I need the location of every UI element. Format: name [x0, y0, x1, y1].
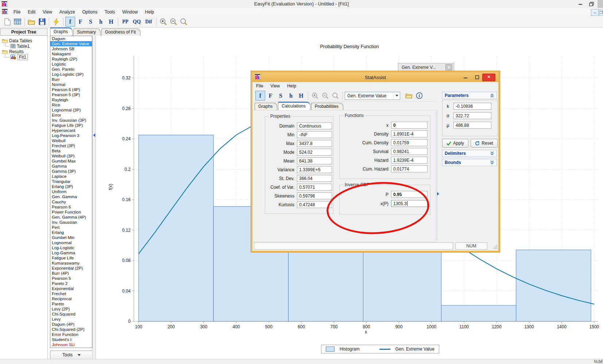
zoom-out-icon[interactable]: [169, 17, 179, 27]
function-button-H[interactable]: H: [296, 91, 306, 101]
distribution-item[interactable]: Inv. Gaussian (3P): [50, 118, 92, 123]
distribution-item[interactable]: Rayleigh: [50, 97, 92, 102]
distribution-item[interactable]: Log-Logistic: [50, 245, 92, 250]
menu-item-options[interactable]: Options: [79, 8, 101, 16]
distribution-item[interactable]: Rice: [50, 102, 92, 107]
menu-item-file[interactable]: File: [10, 8, 24, 16]
restore-icon[interactable]: [587, 1, 596, 7]
zoom-out-icon[interactable]: [320, 91, 331, 101]
distribution-item[interactable]: Nakagami: [50, 51, 92, 56]
mdi-minimize-icon[interactable]: –: [591, 9, 599, 16]
distribution-item[interactable]: Log-Gamma: [50, 250, 92, 255]
distribution-item[interactable]: Lognormal: [50, 240, 92, 245]
dialog-minimize-icon[interactable]: [463, 75, 468, 79]
distribution-item[interactable]: Johnson SU: [50, 342, 92, 347]
field-value[interactable]: 3437.8: [297, 140, 332, 147]
close-icon[interactable]: [598, 0, 603, 8]
zoom-default-icon[interactable]: [179, 17, 189, 27]
tree-item-data-tables[interactable]: Data Tables: [2, 38, 47, 43]
distribution-item[interactable]: Dagum: [50, 36, 92, 41]
collapse-left-icon[interactable]: [93, 133, 95, 137]
distribution-item[interactable]: Weibull: [50, 138, 92, 143]
resize-grip[interactable]: [493, 244, 498, 249]
field-value[interactable]: 1.9239E-4: [391, 157, 428, 164]
dialog-splitter[interactable]: [437, 110, 437, 240]
menu-item-tools[interactable]: Tools: [101, 8, 119, 16]
fit-distributions-icon[interactable]: [51, 17, 61, 27]
tab-graphs[interactable]: Graphs: [50, 27, 73, 36]
distribution-item[interactable]: Erlang (3P): [50, 184, 92, 189]
distribution-item[interactable]: Levy: [50, 317, 92, 322]
window-resize-grip[interactable]: [599, 359, 603, 364]
info-icon[interactable]: i: [414, 91, 424, 101]
distribution-item[interactable]: Normal: [50, 82, 92, 87]
parameter-value[interactable]: 486.88: [453, 122, 491, 129]
dialog-tab-graphs[interactable]: Graphs: [255, 103, 277, 110]
zoom-default-icon[interactable]: [331, 91, 341, 101]
distribution-item[interactable]: Error Function: [50, 332, 92, 337]
distribution-item[interactable]: Fatigue Life (3P): [50, 123, 92, 128]
distribution-item[interactable]: Hypersecant: [50, 128, 92, 133]
new-table-icon[interactable]: [12, 17, 23, 27]
distribution-item[interactable]: Reciprocal: [50, 296, 92, 301]
menu-item-edit[interactable]: Edit: [24, 8, 39, 16]
distribution-combobox[interactable]: Gen. Extreme Value: [345, 92, 400, 100]
distribution-item[interactable]: Triangular: [50, 179, 92, 184]
zoom-in-icon[interactable]: [158, 17, 169, 27]
tab-close-icon[interactable]: x: [445, 64, 452, 70]
plot-button-pp[interactable]: PP: [120, 17, 131, 26]
distribution-item[interactable]: Gen. Pareto: [50, 67, 92, 72]
field-value[interactable]: Continuous: [297, 122, 332, 129]
parameter-value[interactable]: 322.72: [453, 112, 491, 119]
distribution-item[interactable]: Frechet (3P): [50, 143, 92, 148]
menu-item-view[interactable]: View: [39, 8, 56, 16]
distribution-item[interactable]: Chi-Squared: [50, 312, 92, 317]
save-icon[interactable]: [37, 17, 47, 27]
distribution-item[interactable]: Pareto: [50, 301, 92, 306]
distribution-item[interactable]: Pearson 6 (4P): [50, 87, 92, 92]
distribution-item[interactable]: Student's t: [50, 337, 92, 342]
distribution-item[interactable]: Gen. Extreme Value: [50, 41, 92, 46]
menu-item-analyze[interactable]: Analyze: [56, 8, 79, 16]
distribution-item[interactable]: Inv. Gaussian: [50, 220, 92, 225]
mdi-restore-icon[interactable]: ❐: [599, 9, 603, 16]
tab-goodness-of-fit[interactable]: Goodness of Fit: [101, 28, 141, 36]
field-value[interactable]: 0.98241: [391, 148, 428, 155]
dialog-menu-item-file[interactable]: File: [252, 82, 267, 90]
distribution-item[interactable]: Lognormal (3P): [50, 107, 92, 113]
plot-button-qq[interactable]: QQ: [131, 17, 143, 26]
field-value[interactable]: 0: [391, 122, 428, 129]
zoom-in-icon[interactable]: [310, 91, 320, 101]
reset-button[interactable]: Reset: [471, 139, 498, 148]
function-button-h[interactable]: h: [96, 17, 106, 27]
tab-summary[interactable]: Summary: [73, 28, 100, 36]
distribution-item[interactable]: Gumbel Min: [50, 235, 92, 240]
distribution-item[interactable]: Burr (4P): [50, 271, 92, 276]
tree-item-fit1[interactable]: Fit1: [2, 54, 47, 60]
distribution-item[interactable]: Log-Pearson 3: [50, 133, 92, 138]
distribution-item[interactable]: Exponential (2P): [50, 266, 92, 271]
field-value[interactable]: 641.38: [297, 157, 332, 164]
distribution-item[interactable]: Levy (2P): [50, 306, 92, 312]
dialog-tab-calculations[interactable]: Calculations: [278, 102, 310, 110]
field-value[interactable]: 1.8901E-4: [391, 130, 428, 137]
distribution-item[interactable]: Dagum (4P): [50, 322, 92, 327]
distribution-item[interactable]: Power Function: [50, 210, 92, 215]
distribution-item[interactable]: Gen. Gamma: [50, 194, 92, 199]
open-file-icon[interactable]: [27, 17, 37, 27]
distribution-item[interactable]: Beta: [50, 148, 92, 153]
function-button-S[interactable]: S: [86, 17, 96, 27]
function-button-f[interactable]: f: [255, 91, 265, 101]
function-button-F[interactable]: F: [76, 17, 85, 27]
function-button-h[interactable]: h: [286, 91, 296, 101]
open-file-icon[interactable]: [404, 91, 414, 101]
bounds-header[interactable]: Bounds: [442, 159, 497, 166]
distribution-item[interactable]: Gamma: [50, 164, 92, 169]
delimiters-header[interactable]: Delimiters: [442, 150, 497, 157]
function-button-F[interactable]: F: [266, 91, 275, 101]
distribution-item[interactable]: Gen. Gamma (4P): [50, 215, 92, 220]
field-value[interactable]: -INF: [297, 131, 332, 138]
distribution-item[interactable]: Pert: [50, 225, 92, 230]
field-value[interactable]: 0.57071: [297, 184, 332, 191]
distribution-item[interactable]: Pearson 5 (3P): [50, 92, 92, 97]
